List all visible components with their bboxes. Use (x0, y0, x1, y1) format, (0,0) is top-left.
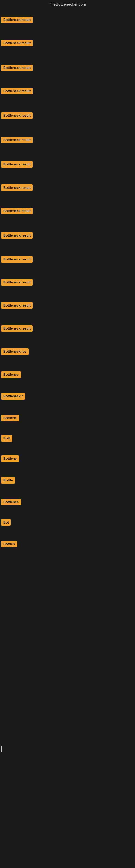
bottleneck-badge-5[interactable]: Bottleneck result (1, 112, 33, 119)
bottleneck-badge-24[interactable]: Bottlen (1, 541, 17, 547)
bottleneck-badge-16[interactable]: Bottlenec (1, 371, 21, 378)
result-row-4: Bottleneck result (0, 87, 34, 97)
bottleneck-badge-4[interactable]: Bottleneck result (1, 88, 33, 94)
bottleneck-badge-12[interactable]: Bottleneck result (1, 279, 33, 286)
bottleneck-badge-15[interactable]: Bottleneck res (1, 348, 29, 355)
result-row-1: Bottleneck result (0, 16, 34, 25)
result-row-10: Bottleneck result (0, 231, 34, 241)
result-row-3: Bottleneck result (0, 63, 34, 73)
result-row-15: Bottleneck res (0, 347, 30, 357)
bottleneck-badge-2[interactable]: Bottleneck result (1, 40, 33, 46)
bottleneck-badge-11[interactable]: Bottleneck result (1, 256, 33, 262)
result-row-17: Bottleneck r (0, 392, 26, 402)
bottleneck-badge-14[interactable]: Bottleneck result (1, 325, 33, 332)
result-row-18: Bottlene (0, 414, 20, 424)
result-row-11: Bottleneck result (0, 255, 34, 265)
result-row-6: Bottleneck result (0, 135, 34, 145)
result-row-13: Bottleneck result (0, 301, 34, 311)
bottleneck-badge-13[interactable]: Bottleneck result (1, 302, 33, 309)
bottleneck-badge-1[interactable]: Bottleneck result (1, 17, 33, 23)
result-row-22: Bottlenec (0, 498, 22, 507)
bottleneck-badge-6[interactable]: Bottleneck result (1, 137, 33, 143)
result-row-23: Bot (0, 518, 12, 528)
result-row-21: Bottle (0, 476, 16, 486)
result-row-19: Bott (0, 434, 13, 444)
bottleneck-badge-23[interactable]: Bot (1, 519, 10, 526)
result-row-2: Bottleneck result (0, 39, 34, 49)
result-row-9: Bottleneck result (0, 207, 34, 216)
page-wrapper: TheBottlenecker.com Bottleneck resultBot… (0, 0, 135, 868)
result-row-14: Bottleneck result (0, 324, 34, 334)
result-row-12: Bottleneck result (0, 278, 34, 288)
bottleneck-badge-8[interactable]: Bottleneck result (1, 184, 33, 191)
bottleneck-badge-20[interactable]: Bottlene (1, 456, 19, 462)
result-row-8: Bottleneck result (0, 183, 34, 193)
cursor-indicator (1, 746, 2, 752)
result-row-20: Bottlene (0, 454, 20, 464)
bottleneck-badge-3[interactable]: Bottleneck result (1, 65, 33, 71)
site-title: TheBottlenecker.com (0, 0, 135, 8)
bottleneck-badge-10[interactable]: Bottleneck result (1, 232, 33, 239)
result-row-5: Bottleneck result (0, 111, 34, 121)
result-row-24: Bottlen (0, 540, 18, 550)
bottleneck-badge-22[interactable]: Bottlenec (1, 499, 21, 505)
bottleneck-badge-7[interactable]: Bottleneck result (1, 161, 33, 167)
result-row-16: Bottlenec (0, 370, 22, 380)
bottleneck-badge-9[interactable]: Bottleneck result (1, 208, 33, 214)
bottleneck-badge-19[interactable]: Bott (1, 435, 12, 442)
bottleneck-badge-18[interactable]: Bottlene (1, 415, 19, 421)
bottleneck-badge-21[interactable]: Bottle (1, 477, 15, 484)
bottleneck-badge-17[interactable]: Bottleneck r (1, 393, 25, 400)
result-row-7: Bottleneck result (0, 160, 34, 170)
